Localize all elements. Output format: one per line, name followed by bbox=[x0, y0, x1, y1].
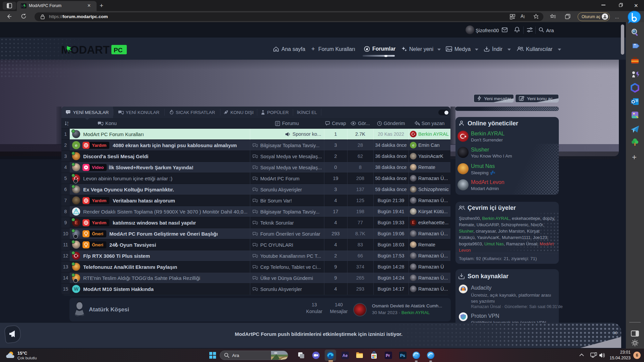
svg-text:1: 1 bbox=[67, 124, 68, 126]
svg-text:Ps: Ps bbox=[400, 353, 405, 358]
svg-text:Ae: Ae bbox=[342, 353, 348, 358]
svg-text:9: 9 bbox=[67, 121, 68, 124]
svg-text:Pr: Pr bbox=[386, 353, 390, 358]
